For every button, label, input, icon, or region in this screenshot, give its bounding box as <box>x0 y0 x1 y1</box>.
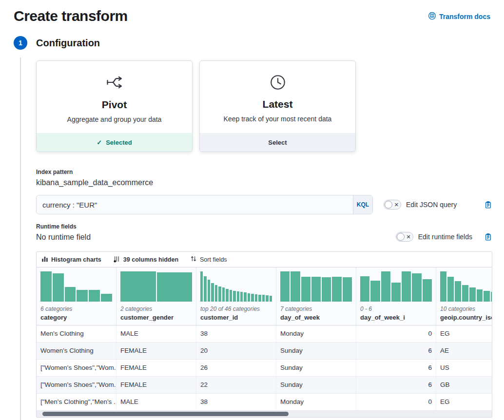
column-header-day_of_week_i[interactable]: 0 - 6day_of_week_i <box>356 267 436 325</box>
histogram-bar <box>251 294 253 302</box>
table-row: Women's ClothingFEMALE20Sunday6AE <box>37 343 492 360</box>
edit-json-group: ✕ Edit JSON query <box>384 200 457 210</box>
index-pattern-label: Index pattern <box>36 169 492 175</box>
table-cell[interactable]: EG <box>436 325 492 342</box>
column-header-customer_gender[interactable]: 2 categoriescustomer_gender <box>116 267 196 325</box>
table-cell[interactable]: 20 <box>196 343 276 359</box>
histogram-chart <box>280 271 352 302</box>
column-name: day_of_week <box>280 314 352 321</box>
table-cell[interactable]: Sunday <box>276 360 356 376</box>
latest-card-body: Latest Keep track of your most recent da… <box>200 61 355 133</box>
table-cell[interactable]: Men's Clothing <box>37 325 116 342</box>
check-icon: ✓ <box>97 139 102 146</box>
transform-type-cards: Pivot Aggregate and group your data ✓ Se… <box>36 60 492 152</box>
edit-runtime-label: Edit runtime fields <box>418 233 472 241</box>
column-header-day_of_week[interactable]: 7 categoriesday_of_week <box>276 267 356 325</box>
histogram-bar <box>89 290 100 302</box>
table-cell[interactable]: MALE <box>116 394 196 410</box>
table-cell[interactable]: 6 <box>356 360 436 376</box>
histogram-chart <box>40 271 112 302</box>
histogram-bar <box>440 271 446 302</box>
table-cell[interactable]: Monday <box>276 325 356 342</box>
table-cell[interactable]: 6 <box>356 377 436 393</box>
kql-language-button[interactable]: KQL <box>353 195 372 214</box>
transform-docs-link[interactable]: Transform docs <box>428 12 490 21</box>
pivot-card-footer[interactable]: ✓ Selected <box>37 133 192 152</box>
edit-json-toggle[interactable]: ✕ <box>384 200 401 210</box>
column-name: category <box>40 314 112 321</box>
histogram-bar <box>423 279 432 302</box>
table-cell[interactable]: FEMALE <box>116 360 196 376</box>
copy-query-icon[interactable] <box>484 201 492 209</box>
table-cell[interactable]: 0 <box>356 325 436 342</box>
runtime-fields-row: Runtime fields No runtime field ✕ Edit r… <box>36 223 492 242</box>
pivot-card-body: Pivot Aggregate and group your data <box>37 61 192 133</box>
table-row: ["Women's Shoes","Wom...FEMALE26Sunday6U… <box>37 360 492 377</box>
table-cell[interactable]: 6 <box>356 343 436 359</box>
table-cell[interactable]: US <box>436 360 492 376</box>
table-cell[interactable]: Sunday <box>276 377 356 393</box>
horizontal-scrollbar[interactable] <box>37 411 492 417</box>
table-cell[interactable]: 38 <box>196 325 276 342</box>
histogram-bar <box>77 290 88 302</box>
columns-hidden-button[interactable]: 39 columns hidden <box>113 255 178 264</box>
table-cell[interactable]: ["Women's Shoes","Wom... <box>37 360 116 376</box>
step-header: 1 Configuration <box>14 36 504 50</box>
preview-data-grid: Histogram charts 39 columns hidden <box>36 251 492 418</box>
table-cell[interactable]: 38 <box>196 394 276 410</box>
histogram-bar <box>157 272 193 302</box>
table-cell[interactable]: ["Women's Shoes","Wom... <box>37 377 116 393</box>
table-cell[interactable]: FEMALE <box>116 343 196 359</box>
histogram-bar <box>477 289 483 302</box>
index-pattern-block: Index pattern kibana_sample_data_ecommer… <box>36 169 492 187</box>
histogram-bar <box>226 289 228 302</box>
histogram-chart <box>120 271 192 302</box>
table-cell[interactable]: MALE <box>116 325 196 342</box>
runtime-fields-value: No runtime field <box>36 233 91 242</box>
histogram-bar <box>343 277 352 302</box>
copy-runtime-icon[interactable] <box>484 233 492 241</box>
scrollbar-thumb[interactable] <box>42 412 289 416</box>
table-cell[interactable]: EG <box>436 394 492 410</box>
column-header-customer_id[interactable]: top 20 of 46 categoriescustomer_id <box>196 267 276 325</box>
histogram-bar <box>40 271 52 302</box>
column-meta: top 20 of 46 categories <box>200 305 272 312</box>
histogram-bar <box>391 283 401 302</box>
query-row: currency : "EUR" KQL ✕ Edit JSON query <box>36 195 492 214</box>
column-meta: 7 categories <box>280 305 352 312</box>
table-cell[interactable]: Women's Clothing <box>37 343 116 359</box>
grid-header-row: 6 categoriescategory2 categoriescustomer… <box>37 267 492 325</box>
histogram-bar <box>402 271 411 302</box>
histogram-bar <box>230 290 232 302</box>
query-bar[interactable]: currency : "EUR" KQL <box>36 195 373 214</box>
histogram-bar <box>311 277 321 302</box>
step-content: Pivot Aggregate and group your data ✓ Se… <box>36 60 492 418</box>
table-cell[interactable]: Sunday <box>276 343 356 359</box>
column-header-category[interactable]: 6 categoriescategory <box>37 267 116 325</box>
column-meta: 2 categories <box>120 305 192 312</box>
table-cell[interactable]: 22 <box>196 377 276 393</box>
table-cell[interactable]: FEMALE <box>116 377 196 393</box>
table-cell[interactable]: 26 <box>196 360 276 376</box>
histogram-bar <box>266 295 268 302</box>
histogram-bar <box>332 277 341 302</box>
edit-runtime-toggle[interactable]: ✕ <box>396 232 413 242</box>
pivot-card[interactable]: Pivot Aggregate and group your data ✓ Se… <box>36 60 193 152</box>
sort-fields-button[interactable]: Sort fields <box>190 255 227 264</box>
histogram-charts-button[interactable]: Histogram charts <box>41 255 101 264</box>
table-cell[interactable]: GB <box>436 377 492 393</box>
table-cell[interactable]: Monday <box>276 394 356 410</box>
table-cell[interactable]: AE <box>436 343 492 359</box>
column-header-geoipcountry_iso_[interactable]: 10 categoriesgeoip.country_iso_... <box>436 267 492 325</box>
latest-card[interactable]: Latest Keep track of your most recent da… <box>199 60 356 152</box>
query-input[interactable]: currency : "EUR" <box>37 195 353 214</box>
sort-fields-label: Sort fields <box>200 256 227 263</box>
histogram-bar <box>291 271 300 302</box>
table-cell[interactable]: 0 <box>356 394 436 410</box>
table-cell[interactable]: ["Men's Clothing","Men's ... <box>37 394 116 410</box>
histogram-bar <box>447 277 454 302</box>
histogram-chart <box>440 271 492 302</box>
documentation-icon <box>428 12 436 21</box>
grid-toolbar: Histogram charts 39 columns hidden <box>37 252 492 267</box>
latest-card-footer[interactable]: Select <box>200 133 355 152</box>
